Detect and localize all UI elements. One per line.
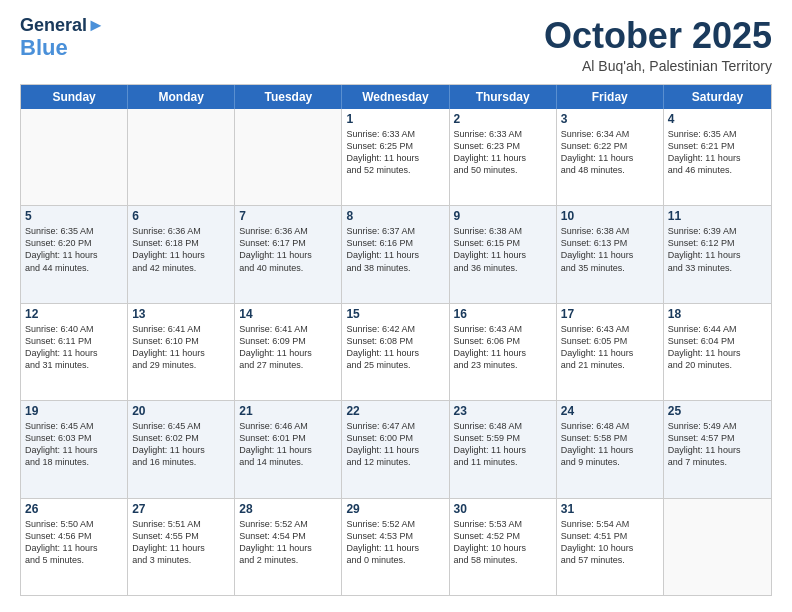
month-title: October 2025: [544, 16, 772, 56]
calendar-cell: 15Sunrise: 6:42 AM Sunset: 6:08 PM Dayli…: [342, 304, 449, 400]
cell-info: Sunrise: 6:46 AM Sunset: 6:01 PM Dayligh…: [239, 420, 337, 469]
calendar-cell: 29Sunrise: 5:52 AM Sunset: 4:53 PM Dayli…: [342, 499, 449, 595]
calendar-row: 26Sunrise: 5:50 AM Sunset: 4:56 PM Dayli…: [21, 499, 771, 595]
cell-info: Sunrise: 6:43 AM Sunset: 6:06 PM Dayligh…: [454, 323, 552, 372]
calendar-cell: 20Sunrise: 6:45 AM Sunset: 6:02 PM Dayli…: [128, 401, 235, 497]
day-number: 23: [454, 404, 552, 418]
calendar-cell: 5Sunrise: 6:35 AM Sunset: 6:20 PM Daylig…: [21, 206, 128, 302]
calendar-cell: 1Sunrise: 6:33 AM Sunset: 6:25 PM Daylig…: [342, 109, 449, 205]
calendar-cell: 24Sunrise: 6:48 AM Sunset: 5:58 PM Dayli…: [557, 401, 664, 497]
weekday-header: Friday: [557, 85, 664, 109]
day-number: 26: [25, 502, 123, 516]
day-number: 13: [132, 307, 230, 321]
calendar-cell: 14Sunrise: 6:41 AM Sunset: 6:09 PM Dayli…: [235, 304, 342, 400]
calendar-cell: 8Sunrise: 6:37 AM Sunset: 6:16 PM Daylig…: [342, 206, 449, 302]
day-number: 17: [561, 307, 659, 321]
calendar-cell: 23Sunrise: 6:48 AM Sunset: 5:59 PM Dayli…: [450, 401, 557, 497]
cell-info: Sunrise: 6:48 AM Sunset: 5:59 PM Dayligh…: [454, 420, 552, 469]
calendar-cell: 28Sunrise: 5:52 AM Sunset: 4:54 PM Dayli…: [235, 499, 342, 595]
cell-info: Sunrise: 6:35 AM Sunset: 6:20 PM Dayligh…: [25, 225, 123, 274]
empty-cell: [21, 109, 128, 205]
logo-line2: Blue: [20, 35, 68, 60]
cell-info: Sunrise: 6:38 AM Sunset: 6:13 PM Dayligh…: [561, 225, 659, 274]
logo: General► Blue: [20, 16, 105, 60]
empty-cell: [128, 109, 235, 205]
day-number: 11: [668, 209, 767, 223]
day-number: 12: [25, 307, 123, 321]
day-number: 21: [239, 404, 337, 418]
cell-info: Sunrise: 6:47 AM Sunset: 6:00 PM Dayligh…: [346, 420, 444, 469]
calendar-cell: 7Sunrise: 6:36 AM Sunset: 6:17 PM Daylig…: [235, 206, 342, 302]
day-number: 7: [239, 209, 337, 223]
day-number: 9: [454, 209, 552, 223]
calendar-cell: 10Sunrise: 6:38 AM Sunset: 6:13 PM Dayli…: [557, 206, 664, 302]
cell-info: Sunrise: 6:45 AM Sunset: 6:02 PM Dayligh…: [132, 420, 230, 469]
location: Al Buq'ah, Palestinian Territory: [544, 58, 772, 74]
logo-text: General►: [20, 16, 105, 36]
cell-info: Sunrise: 6:37 AM Sunset: 6:16 PM Dayligh…: [346, 225, 444, 274]
calendar-cell: 22Sunrise: 6:47 AM Sunset: 6:00 PM Dayli…: [342, 401, 449, 497]
weekday-header: Sunday: [21, 85, 128, 109]
cell-info: Sunrise: 6:34 AM Sunset: 6:22 PM Dayligh…: [561, 128, 659, 177]
weekday-header: Wednesday: [342, 85, 449, 109]
cell-info: Sunrise: 5:52 AM Sunset: 4:53 PM Dayligh…: [346, 518, 444, 567]
day-number: 5: [25, 209, 123, 223]
calendar-row: 5Sunrise: 6:35 AM Sunset: 6:20 PM Daylig…: [21, 206, 771, 303]
cell-info: Sunrise: 6:45 AM Sunset: 6:03 PM Dayligh…: [25, 420, 123, 469]
calendar-cell: 6Sunrise: 6:36 AM Sunset: 6:18 PM Daylig…: [128, 206, 235, 302]
calendar-cell: 19Sunrise: 6:45 AM Sunset: 6:03 PM Dayli…: [21, 401, 128, 497]
calendar-cell: 9Sunrise: 6:38 AM Sunset: 6:15 PM Daylig…: [450, 206, 557, 302]
cell-info: Sunrise: 5:54 AM Sunset: 4:51 PM Dayligh…: [561, 518, 659, 567]
day-number: 28: [239, 502, 337, 516]
cell-info: Sunrise: 6:41 AM Sunset: 6:10 PM Dayligh…: [132, 323, 230, 372]
calendar-cell: 4Sunrise: 6:35 AM Sunset: 6:21 PM Daylig…: [664, 109, 771, 205]
calendar-cell: 16Sunrise: 6:43 AM Sunset: 6:06 PM Dayli…: [450, 304, 557, 400]
weekday-header: Saturday: [664, 85, 771, 109]
empty-cell: [664, 499, 771, 595]
calendar-cell: 13Sunrise: 6:41 AM Sunset: 6:10 PM Dayli…: [128, 304, 235, 400]
calendar-row: 1Sunrise: 6:33 AM Sunset: 6:25 PM Daylig…: [21, 109, 771, 206]
day-number: 30: [454, 502, 552, 516]
day-number: 1: [346, 112, 444, 126]
cell-info: Sunrise: 6:48 AM Sunset: 5:58 PM Dayligh…: [561, 420, 659, 469]
day-number: 19: [25, 404, 123, 418]
cell-info: Sunrise: 6:42 AM Sunset: 6:08 PM Dayligh…: [346, 323, 444, 372]
cell-info: Sunrise: 6:36 AM Sunset: 6:18 PM Dayligh…: [132, 225, 230, 274]
day-number: 24: [561, 404, 659, 418]
cell-info: Sunrise: 6:40 AM Sunset: 6:11 PM Dayligh…: [25, 323, 123, 372]
header: General► Blue October 2025 Al Buq'ah, Pa…: [20, 16, 772, 74]
day-number: 22: [346, 404, 444, 418]
cell-info: Sunrise: 6:44 AM Sunset: 6:04 PM Dayligh…: [668, 323, 767, 372]
day-number: 14: [239, 307, 337, 321]
calendar-cell: 18Sunrise: 6:44 AM Sunset: 6:04 PM Dayli…: [664, 304, 771, 400]
day-number: 15: [346, 307, 444, 321]
cell-info: Sunrise: 5:49 AM Sunset: 4:57 PM Dayligh…: [668, 420, 767, 469]
cell-info: Sunrise: 6:41 AM Sunset: 6:09 PM Dayligh…: [239, 323, 337, 372]
calendar-cell: 30Sunrise: 5:53 AM Sunset: 4:52 PM Dayli…: [450, 499, 557, 595]
day-number: 31: [561, 502, 659, 516]
cell-info: Sunrise: 6:35 AM Sunset: 6:21 PM Dayligh…: [668, 128, 767, 177]
calendar-cell: 11Sunrise: 6:39 AM Sunset: 6:12 PM Dayli…: [664, 206, 771, 302]
calendar-cell: 25Sunrise: 5:49 AM Sunset: 4:57 PM Dayli…: [664, 401, 771, 497]
calendar-cell: 27Sunrise: 5:51 AM Sunset: 4:55 PM Dayli…: [128, 499, 235, 595]
cell-info: Sunrise: 6:33 AM Sunset: 6:25 PM Dayligh…: [346, 128, 444, 177]
day-number: 27: [132, 502, 230, 516]
cell-info: Sunrise: 6:33 AM Sunset: 6:23 PM Dayligh…: [454, 128, 552, 177]
calendar-header: SundayMondayTuesdayWednesdayThursdayFrid…: [21, 85, 771, 109]
calendar: SundayMondayTuesdayWednesdayThursdayFrid…: [20, 84, 772, 596]
calendar-cell: 31Sunrise: 5:54 AM Sunset: 4:51 PM Dayli…: [557, 499, 664, 595]
calendar-cell: 17Sunrise: 6:43 AM Sunset: 6:05 PM Dayli…: [557, 304, 664, 400]
title-block: October 2025 Al Buq'ah, Palestinian Terr…: [544, 16, 772, 74]
day-number: 4: [668, 112, 767, 126]
empty-cell: [235, 109, 342, 205]
cell-info: Sunrise: 5:50 AM Sunset: 4:56 PM Dayligh…: [25, 518, 123, 567]
day-number: 25: [668, 404, 767, 418]
calendar-cell: 21Sunrise: 6:46 AM Sunset: 6:01 PM Dayli…: [235, 401, 342, 497]
calendar-cell: 12Sunrise: 6:40 AM Sunset: 6:11 PM Dayli…: [21, 304, 128, 400]
day-number: 16: [454, 307, 552, 321]
weekday-header: Monday: [128, 85, 235, 109]
cell-info: Sunrise: 5:53 AM Sunset: 4:52 PM Dayligh…: [454, 518, 552, 567]
day-number: 6: [132, 209, 230, 223]
calendar-cell: 26Sunrise: 5:50 AM Sunset: 4:56 PM Dayli…: [21, 499, 128, 595]
page: General► Blue October 2025 Al Buq'ah, Pa…: [0, 0, 792, 612]
